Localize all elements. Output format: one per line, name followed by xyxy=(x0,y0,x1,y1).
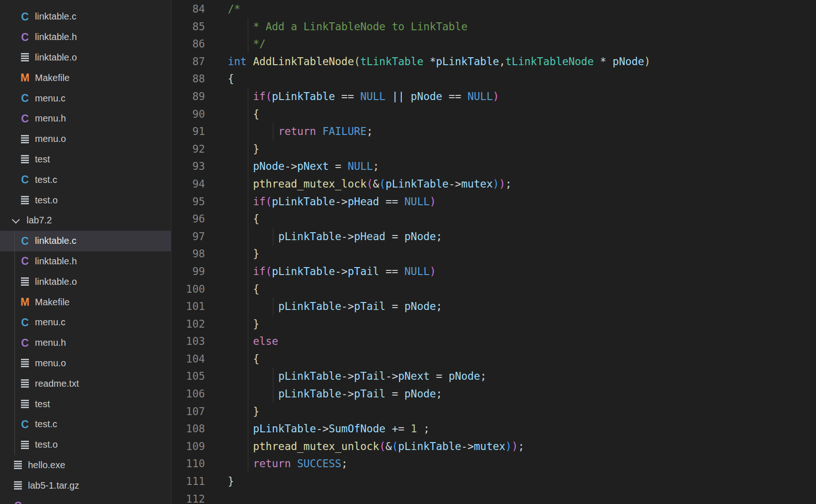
file-item-menu.c[interactable]: Cmenu.c xyxy=(0,312,171,333)
folder-item-lab7.2[interactable]: lab7.2 xyxy=(0,210,171,231)
line-number[interactable]: 86 xyxy=(171,35,205,53)
file-tree: Clinktable.cClinktable.hlinktable.oMMake… xyxy=(0,0,171,504)
code-line[interactable]: 108 pLinkTable->SumOfNode += 1 ; xyxy=(171,420,816,438)
line-number[interactable]: 88 xyxy=(171,70,205,88)
file-item-test.c[interactable]: Ctest.c xyxy=(0,169,171,190)
token-variable: mutex xyxy=(461,178,493,190)
code-line[interactable]: 85 * Add a LinkTableNode to LinkTable xyxy=(171,18,816,36)
file-item-linktable.h[interactable]: Clinktable.h xyxy=(0,27,171,47)
code-line[interactable]: 91 return FAILURE; xyxy=(171,123,816,141)
line-number[interactable]: 87 xyxy=(171,53,205,71)
code-line[interactable]: 93 pNode->pNext = NULL; xyxy=(171,158,816,175)
file-item-test[interactable]: test xyxy=(0,149,171,170)
line-number[interactable]: 85 xyxy=(171,18,205,36)
file-item-linktable.o[interactable]: linktable.o xyxy=(0,271,171,292)
line-number[interactable]: 96 xyxy=(171,210,205,228)
code-line[interactable]: 103 else xyxy=(171,333,816,350)
file-item-menu.h[interactable]: Cmenu.h xyxy=(0,108,171,129)
code-line[interactable]: 90 { xyxy=(171,106,816,123)
line-number[interactable]: 91 xyxy=(171,123,205,141)
file-item-linktable.o[interactable]: linktable.o xyxy=(0,47,171,68)
line-number[interactable]: 93 xyxy=(171,158,205,175)
code-line[interactable]: 92 } xyxy=(171,141,816,158)
file-item-readme.txt[interactable]: readme.txt xyxy=(0,373,171,394)
code-line[interactable]: 110 return SUCCESS; xyxy=(171,455,816,473)
token-paren_blue: ) xyxy=(505,440,512,452)
token-operator: ; xyxy=(480,370,487,382)
code-line[interactable]: 98 } xyxy=(171,245,816,263)
file-item-Makefile[interactable]: MMakefile xyxy=(0,292,171,312)
code-line[interactable]: 99 if(pLinkTable->pTail == NULL) xyxy=(171,263,816,281)
file-item-test.o[interactable]: test.o xyxy=(0,190,171,210)
line-number[interactable]: 109 xyxy=(171,438,205,456)
line-number[interactable]: 111 xyxy=(171,473,205,491)
line-number[interactable]: 84 xyxy=(171,0,205,18)
token-paren_orchid: ( xyxy=(265,195,272,208)
file-item-linktable.c[interactable]: Clinktable.c xyxy=(0,7,171,27)
code-line[interactable]: 104 { xyxy=(171,350,816,368)
line-number[interactable]: 94 xyxy=(171,175,205,193)
code-text: return SUCCESS; xyxy=(228,455,347,473)
file-item-menu.o[interactable]: menu.o xyxy=(0,353,171,374)
file-item-Makefile[interactable]: MMakefile xyxy=(0,67,171,88)
line-number[interactable]: 95 xyxy=(171,193,205,211)
code-line[interactable]: 87int AddLinkTableNode(tLinkTable *pLink… xyxy=(171,53,816,71)
file-item-hello.exe[interactable]: hello.exe xyxy=(0,455,171,476)
file-item-linktable.c[interactable]: Clinktable.c xyxy=(0,231,171,251)
line-number[interactable]: 100 xyxy=(171,281,205,298)
document-icon xyxy=(21,400,29,408)
token-operator: ; xyxy=(373,160,380,172)
line-number[interactable]: 101 xyxy=(171,298,205,316)
code-line[interactable]: 106 pLinkTable->pTail = pNode; xyxy=(171,385,816,403)
code-line[interactable]: 105 pLinkTable->pTail->pNext = pNode; xyxy=(171,368,816,385)
file-label: linktable.c xyxy=(35,235,76,246)
line-number[interactable]: 90 xyxy=(171,106,205,123)
line-number[interactable]: 105 xyxy=(171,368,205,385)
token-operator: == xyxy=(442,90,468,102)
line-number[interactable]: 97 xyxy=(171,228,205,246)
line-number[interactable]: 102 xyxy=(171,316,205,333)
line-number[interactable]: 110 xyxy=(171,455,205,473)
line-number[interactable]: 106 xyxy=(171,385,205,403)
code-line[interactable]: 96 { xyxy=(171,210,816,228)
line-number[interactable]: 104 xyxy=(171,350,205,368)
line-number[interactable]: 98 xyxy=(171,245,205,263)
line-number[interactable]: 112 xyxy=(171,491,205,504)
file-item-test.c[interactable]: Ctest.c xyxy=(0,414,171,435)
file-item-partial[interactable]: C xyxy=(0,496,171,504)
code-editor[interactable]: 84/*85 * Add a LinkTableNode to LinkTabl… xyxy=(171,0,816,504)
line-number[interactable]: 103 xyxy=(171,333,205,350)
file-item-test.o[interactable]: test.o xyxy=(0,435,171,455)
line-number[interactable]: 107 xyxy=(171,403,205,421)
file-item-menu.o[interactable]: menu.o xyxy=(0,129,171,149)
line-number[interactable]: 89 xyxy=(171,88,205,106)
code-line[interactable]: 112 xyxy=(171,491,816,504)
code-line[interactable]: 97 pLinkTable->pHead = pNode; xyxy=(171,228,816,246)
code-line[interactable]: 100 { xyxy=(171,281,816,298)
code-text: } xyxy=(228,473,234,491)
line-number[interactable]: 99 xyxy=(171,263,205,281)
code-line[interactable]: 86 */ xyxy=(171,35,816,53)
code-line[interactable]: 89 if(pLinkTable == NULL || pNode == NUL… xyxy=(171,88,816,106)
code-line[interactable]: 84/* xyxy=(171,0,816,18)
code-line[interactable]: 109 pthread_mutex_unlock(&(pLinkTable->m… xyxy=(171,438,816,456)
file-item-test[interactable]: test xyxy=(0,394,171,414)
token-operator xyxy=(228,143,253,155)
line-number[interactable]: 92 xyxy=(171,141,205,158)
token-operator: ; xyxy=(518,440,524,452)
code-text: if(pLinkTable->pHead == NULL) xyxy=(228,193,436,211)
file-item-menu.c[interactable]: Cmenu.c xyxy=(0,88,171,108)
token-keyword: NULL xyxy=(468,90,493,102)
line-number[interactable]: 108 xyxy=(171,420,205,438)
code-line[interactable]: 107 } xyxy=(171,403,816,421)
code-line[interactable]: 95 if(pLinkTable->pHead == NULL) xyxy=(171,193,816,211)
file-item-menu.h[interactable]: Cmenu.h xyxy=(0,333,171,353)
code-line[interactable]: 102 } xyxy=(171,316,816,333)
code-line[interactable]: 101 pLinkTable->pTail = pNode; xyxy=(171,298,816,316)
file-item-lab5-1.tar.gz[interactable]: lab5-1.tar.gz xyxy=(0,475,171,496)
token-variable: pNext xyxy=(297,160,329,172)
code-line[interactable]: 94 pthread_mutex_lock(&(pLinkTable->mute… xyxy=(171,175,816,193)
code-line[interactable]: 88{ xyxy=(171,70,816,88)
code-line[interactable]: 111} xyxy=(171,473,816,491)
file-item-linktable.h[interactable]: Clinktable.h xyxy=(0,251,171,272)
